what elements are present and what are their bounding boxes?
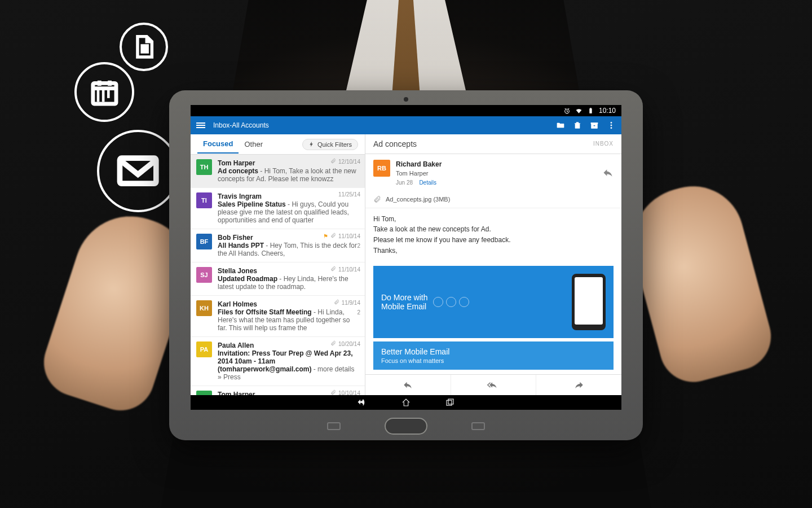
email-subject: Sales Pipeline Status [218, 200, 286, 208]
android-status-bar: 10:10 [191, 105, 621, 116]
body-line: Take a look at the new concepts for Ad. [373, 224, 614, 235]
reply-button[interactable] [602, 167, 614, 180]
email-meta: 12/10/14 [330, 158, 360, 165]
body-line: Thanks, [373, 246, 614, 256]
email-item[interactable]: PAPaula AllenInvitation: Press Tour Prep… [191, 337, 365, 386]
tab-focused[interactable]: Focused [197, 135, 239, 154]
details-link[interactable]: Details [419, 179, 436, 186]
promo-text: Do More with [381, 293, 427, 302]
promo-text: Focus on what matters [381, 357, 444, 364]
email-item[interactable]: TITravis IngramSales Pipeline Status - H… [191, 188, 365, 229]
tablet-home-button[interactable] [385, 418, 427, 435]
attachment-icon [330, 233, 336, 239]
sender-avatar: RB [373, 160, 390, 177]
mail-icon [97, 130, 179, 212]
avatar: SJ [196, 267, 212, 283]
message-body: Hi Tom, Take a look at the new concepts … [365, 208, 621, 261]
recipient-name: Tom Harper [396, 169, 442, 178]
attachment-name: Ad_concepts.jpg (3MB) [386, 196, 450, 203]
promo-text: Mobile Email [381, 302, 427, 311]
email-item[interactable]: KHKarl HolmesFiles for Offsite Staff Mee… [191, 296, 365, 337]
promo-card-1: Do More with Mobile Email [373, 266, 614, 338]
avatar: BF [196, 234, 212, 249]
folder-label: INBOX [593, 141, 614, 147]
avatar: PA [196, 341, 212, 357]
email-date: Jun 28 [396, 179, 413, 186]
svg-rect-6 [591, 122, 598, 124]
reply-all-action[interactable] [451, 375, 537, 395]
wifi-icon [575, 107, 582, 115]
email-item[interactable]: THTom HarperFwd: Key Customer Tour - FYI… [191, 386, 365, 395]
delete-icon[interactable] [573, 121, 582, 130]
svg-point-8 [611, 125, 612, 126]
tablet-camera [404, 97, 408, 102]
email-item[interactable]: BFBob FisherAll Hands PPT - Hey Tom, Thi… [191, 229, 365, 262]
svg-rect-4 [590, 108, 591, 108]
reader-action-bar [365, 374, 621, 395]
reader-pane: Ad concepts INBOX RB Richard Baker Tom H… [365, 134, 621, 395]
battery-icon [587, 107, 594, 115]
attachment-icon [330, 158, 336, 165]
thread-count: 2 [357, 309, 360, 316]
avatar: KH [196, 300, 212, 316]
email-date: 10/20/14 [338, 341, 360, 347]
overflow-icon[interactable] [607, 121, 616, 130]
tablet-device: 10:10 Inbox-All Accounts Focused Other [169, 90, 643, 440]
home-button[interactable] [401, 397, 411, 408]
quick-filters-label: Quick Filters [317, 141, 352, 148]
promo-area: Do More with Mobile Email Better Mobile … [373, 266, 614, 370]
svg-rect-11 [448, 399, 453, 404]
email-subject: Updated Roadmap [218, 275, 277, 283]
tablet-softkey-left [327, 422, 341, 430]
folder-icon[interactable] [556, 121, 565, 130]
svg-rect-3 [589, 108, 592, 113]
email-date: 10/10/14 [338, 390, 360, 396]
email-date: 11/10/14 [338, 233, 360, 239]
back-button[interactable] [357, 397, 367, 408]
lightning-icon [308, 141, 315, 147]
archive-icon[interactable] [590, 121, 599, 130]
email-subject: Files for Offsite Staff Meeting [218, 308, 312, 316]
inbox-title: Inbox-All Accounts [213, 121, 269, 129]
email-list-pane: Focused Other Quick Filters THTom Harper… [191, 134, 365, 395]
attachment-icon [330, 389, 336, 395]
email-item-body: Paula AllenInvitation: Press Tour Prep @… [218, 341, 359, 381]
svg-rect-10 [447, 400, 452, 405]
reply-action[interactable] [365, 375, 451, 395]
tablet-softkey-right [471, 422, 485, 430]
email-meta: ⚑11/10/142 [323, 233, 360, 239]
tabs-row: Focused Other Quick Filters [191, 134, 365, 155]
email-item[interactable]: SJStella JonesUpdated Roadmap - Hey Lind… [191, 262, 365, 296]
body-line: Please let me know if you have any feedb… [373, 235, 614, 246]
email-meta: 10/20/14 [330, 340, 360, 347]
email-date: 11/25/14 [338, 191, 360, 198]
body-line: Hi Tom, [373, 214, 614, 225]
attachment-icon [330, 340, 336, 347]
sender-name: Richard Baker [396, 160, 442, 169]
email-list[interactable]: THTom HarperAd concepts - Hi Tom, Take a… [191, 155, 365, 395]
quick-filters-button[interactable]: Quick Filters [302, 139, 358, 150]
forward-action[interactable] [536, 375, 621, 395]
attachment-icon [334, 299, 339, 306]
reader-from-block: RB Richard Baker Tom Harper Jun 28 Detai… [365, 154, 621, 193]
attachment-icon [330, 266, 336, 273]
avatar: TH [196, 159, 212, 175]
document-icon [120, 23, 168, 71]
flag-icon: ⚑ [323, 233, 328, 239]
thread-count: 2 [357, 243, 360, 249]
email-meta: 11/9/142 [334, 299, 360, 306]
avatar: TH [196, 391, 212, 395]
email-meta: 10/10/14 [330, 389, 360, 395]
email-date: 11/10/14 [338, 266, 360, 273]
menu-button[interactable] [196, 122, 205, 128]
recents-button[interactable] [445, 397, 455, 408]
email-item[interactable]: THTom HarperAd concepts - Hi Tom, Take a… [191, 155, 365, 188]
email-subject: Ad concepts [218, 167, 258, 175]
promo-card-2: Better Mobile Email Focus on what matter… [373, 341, 614, 370]
email-date: 11/9/14 [342, 300, 360, 306]
status-time: 10:10 [599, 107, 616, 115]
attachment-row[interactable]: Ad_concepts.jpg (3MB) [365, 193, 621, 208]
promo-mini-icons [433, 297, 469, 307]
tab-other[interactable]: Other [239, 135, 268, 153]
paperclip-icon [373, 195, 381, 203]
